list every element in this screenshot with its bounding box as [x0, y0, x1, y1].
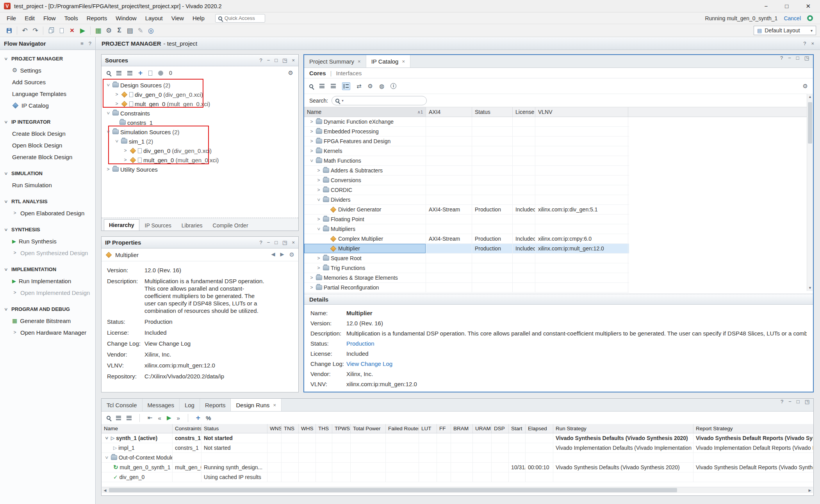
column-failed-routes[interactable]: Failed Routes — [386, 424, 419, 433]
menu-layout[interactable]: Layout — [141, 12, 167, 24]
expander-icon[interactable]: > — [105, 82, 111, 88]
tab-design-runs[interactable]: Design Runs × — [231, 399, 281, 411]
column-dsp[interactable]: DSP — [492, 424, 509, 433]
flownav-create-block-design[interactable]: Create Block Design — [0, 128, 95, 139]
context-help-icon[interactable]: ? — [803, 41, 806, 46]
run-row-ooc-group[interactable]: >Out-of-Context Module Runs — [102, 453, 813, 463]
flownav-generate-block-design[interactable]: Generate Block Design — [0, 151, 95, 163]
ip-catalog-row[interactable]: >CORDIC — [304, 185, 629, 195]
settings-gear-icon[interactable]: ⚙ — [103, 25, 114, 35]
column-elapsed[interactable]: Elapsed — [526, 424, 553, 433]
tab-libraries[interactable]: Libraries — [177, 220, 207, 231]
menu-flow[interactable]: Flow — [39, 12, 60, 24]
close-tab-icon[interactable]: × — [402, 59, 405, 64]
flow-navigator-help-icon[interactable]: ? — [89, 41, 91, 46]
close-tab-icon[interactable]: × — [358, 59, 361, 64]
group-by-category-icon[interactable] — [342, 82, 350, 90]
sigma-report-icon[interactable]: Σ — [114, 25, 125, 35]
change-log-link[interactable]: View Change Log — [144, 340, 275, 347]
chevron-right-icon[interactable]: > — [12, 210, 18, 216]
ip-catalog-row-divider-generator[interactable]: >Divider Generator AXI4-Stream Productio… — [304, 205, 629, 215]
flownav-settings[interactable]: ⚙ Settings — [0, 64, 95, 76]
run-row-impl-1[interactable]: ▷impl_1 constrs_1 Not started Vivado Imp… — [102, 443, 813, 453]
maximize-panel-icon[interactable]: □ — [797, 399, 800, 411]
flownav-language-templates[interactable]: Language Templates — [0, 88, 95, 99]
column-status[interactable]: Status — [472, 107, 513, 117]
layout-selector[interactable]: ▤ Default Layout ▾ — [754, 26, 816, 35]
menu-reports[interactable]: Reports — [82, 12, 112, 24]
column-constraints[interactable]: Constraints — [173, 424, 201, 433]
sources-row-mult-gen-0[interactable]: > mult_gen_0 (mult_gen_0.xci) — [102, 99, 298, 108]
sources-row-constrs-1[interactable]: constrs_1 — [102, 118, 298, 127]
create-runs-icon[interactable]: + — [196, 413, 200, 422]
tab-log[interactable]: Log — [180, 399, 200, 411]
collapse-all-icon[interactable] — [116, 71, 121, 75]
ip-catalog-row[interactable]: >Floating Point — [304, 215, 629, 224]
dashboard-grid-icon[interactable]: ▦ — [93, 25, 103, 35]
tab-reports[interactable]: Reports — [200, 399, 231, 411]
column-run-strategy[interactable]: Run Strategy — [553, 424, 693, 433]
expander-icon[interactable]: > — [316, 226, 321, 232]
sources-row-design-sources[interactable]: > Design Sources (2) — [102, 80, 298, 90]
customize-wrench-icon[interactable]: ⚙ — [368, 83, 373, 90]
expander-icon[interactable]: > — [105, 110, 111, 116]
expander-icon[interactable]: > — [316, 177, 321, 183]
scroll-left-icon[interactable]: ◀ — [102, 487, 108, 493]
expand-all-icon[interactable] — [331, 84, 336, 88]
ip-catalog-row[interactable]: >Dividers — [304, 195, 629, 205]
expander-icon[interactable]: > — [309, 129, 314, 134]
scroll-down-icon[interactable]: ▼ — [807, 285, 813, 291]
tab-project-summary[interactable]: Project Summary × — [304, 55, 366, 67]
flow-navigator-menu-icon[interactable]: ≡ — [80, 41, 84, 46]
next-ip-icon[interactable]: ▶ — [280, 251, 284, 258]
column-license[interactable]: License — [513, 107, 535, 117]
sources-row-sim-mult-gen-0[interactable]: > mult_gen_0 (mult_gen_0.xci) — [102, 155, 298, 165]
scroll-right-icon[interactable]: ▶ — [807, 487, 813, 493]
expander-icon[interactable]: > — [105, 129, 111, 135]
menu-edit[interactable]: Edit — [20, 12, 39, 24]
menu-window[interactable]: Window — [111, 12, 141, 24]
close-panel-icon[interactable]: × — [292, 240, 295, 245]
subtab-cores[interactable]: Cores — [309, 70, 326, 76]
expand-all-icon[interactable] — [127, 71, 132, 75]
search-icon[interactable] — [309, 84, 313, 88]
expander-icon[interactable]: > — [114, 101, 119, 106]
ip-catalog-row[interactable]: >FPGA Features and Design — [304, 137, 629, 146]
vertical-scrollbar[interactable]: ▲ ▼ — [807, 94, 813, 291]
section-header[interactable]: > PROJECT MANAGER — [0, 53, 95, 64]
section-header[interactable]: > SIMULATION — [0, 168, 95, 179]
sources-row-div-gen-0[interactable]: > div_gen_0 (div_gen_0.xci) — [102, 90, 298, 99]
ip-catalog-row[interactable]: >Partial Reconfiguration — [304, 283, 629, 293]
status-link[interactable]: Production — [144, 318, 275, 325]
layout-grid-icon[interactable]: ▤ — [125, 25, 135, 35]
filter-circle-icon[interactable] — [158, 71, 163, 76]
run-play-icon[interactable]: ▶ — [77, 25, 88, 35]
change-log-link[interactable]: View Change Log — [346, 360, 392, 367]
undo-icon[interactable]: ↶ — [20, 25, 30, 35]
flownav-run-implementation[interactable]: ▶ Run Implementation — [0, 275, 95, 287]
chevron-right-icon[interactable]: > — [12, 250, 18, 256]
column-uram[interactable]: URAM — [473, 424, 492, 433]
expander-icon[interactable]: > — [123, 157, 128, 163]
sources-row-utility-sources[interactable]: > Utility Sources — [102, 165, 298, 174]
chevron-right-icon[interactable]: > — [12, 330, 18, 335]
column-tpws[interactable]: TPWS — [332, 424, 351, 433]
flownav-run-synthesis[interactable]: ▶ Run Synthesis — [0, 235, 95, 247]
column-ff[interactable]: FF — [437, 424, 451, 433]
tab-compile-order[interactable]: Compile Order — [208, 220, 253, 231]
expand-all-icon[interactable] — [127, 416, 132, 420]
expander-icon[interactable]: > — [105, 167, 111, 172]
ip-catalog-row[interactable]: >Trig Functions — [304, 263, 629, 273]
scroll-up-icon[interactable]: ▲ — [807, 94, 813, 100]
tab-tcl-console[interactable]: Tcl Console — [102, 399, 143, 411]
column-bram[interactable]: BRAM — [451, 424, 473, 433]
ip-catalog-row[interactable]: >Square Root — [304, 254, 629, 263]
search-icon[interactable] — [107, 71, 111, 75]
info-icon[interactable]: i — [390, 83, 396, 89]
scrollbar-thumb[interactable] — [808, 102, 812, 144]
context-close-icon[interactable]: × — [811, 41, 814, 46]
ip-catalog-row[interactable]: >Adders & Subtracters — [304, 166, 629, 176]
expander-icon[interactable]: > — [114, 138, 119, 144]
status-ring-icon[interactable] — [807, 15, 813, 21]
expander-icon[interactable]: > — [316, 187, 321, 193]
